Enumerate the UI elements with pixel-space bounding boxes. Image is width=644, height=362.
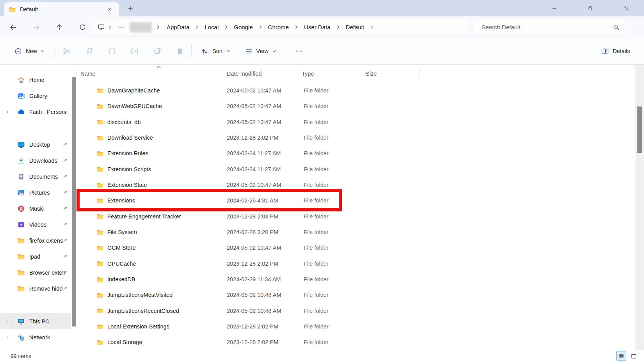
- new-button[interactable]: New: [10, 44, 49, 59]
- column-header[interactable]: Name: [76, 65, 223, 83]
- sidebar-item[interactable]: Faith - Personal: [0, 104, 71, 120]
- table-row[interactable]: File System 2024-02-28 3:20 PM File fold…: [76, 224, 644, 240]
- breadcrumb-redacted-user[interactable]: [130, 22, 152, 32]
- table-row[interactable]: Local Storage 2023-12-28 2:02 PM File fo…: [76, 334, 644, 350]
- chevron-expand-icon[interactable]: [5, 329, 9, 345]
- tab-close-button[interactable]: [105, 5, 114, 14]
- chevron-right-icon[interactable]: [193, 25, 201, 29]
- sidebar-item-icon: [17, 157, 25, 165]
- column-header[interactable]: Type: [298, 65, 362, 83]
- sidebar-item[interactable]: Music: [0, 201, 71, 216]
- sidebar-item-label: Videos: [29, 222, 46, 228]
- chevron-right-icon[interactable]: [334, 25, 342, 29]
- delete-button[interactable]: [169, 43, 191, 59]
- sidebar-item[interactable]: Ipad: [0, 248, 71, 264]
- breadcrumb[interactable]: ⋯ AppData Local Google Chrome: [93, 20, 468, 35]
- date-modified-cell: 2024-02-29 11:34 AM: [223, 276, 298, 282]
- explorer-tab[interactable]: Default: [4, 2, 119, 16]
- folder-icon: [97, 119, 104, 125]
- address-bar: ⋯ AppData Local Google Chrome: [0, 16, 644, 38]
- breadcrumb-segment-label[interactable]: Local: [201, 22, 222, 32]
- table-row[interactable]: Local Extension Settings 2023-12-28 2:02…: [76, 319, 644, 334]
- table-row[interactable]: GPUCache 2023-12-28 2:02 PM File folder: [76, 256, 644, 272]
- table-row[interactable]: Download Service 2023-12-28 2:02 PM File…: [76, 130, 644, 146]
- sidebar-item[interactable]: Desktop: [0, 137, 71, 153]
- table-row[interactable]: DawnGraphiteCache 2024-05-02 10:47 AM Fi…: [76, 83, 644, 98]
- refresh-button[interactable]: [75, 20, 90, 35]
- table-row[interactable]: Extension Scripts 2024-02-24 11:27 AM Fi…: [76, 161, 644, 177]
- sidebar-item[interactable]: Pictures: [0, 185, 71, 201]
- back-button[interactable]: [5, 20, 21, 35]
- breadcrumb-overflow-button[interactable]: ⋯: [115, 23, 128, 31]
- table-row[interactable]: DawnWebGPUCache 2024-05-02 10:47 AM File…: [76, 98, 644, 114]
- breadcrumb-segment-label[interactable]: Default: [342, 22, 368, 32]
- vertical-scrollbar-thumb[interactable]: [637, 106, 642, 153]
- large-icons-view-toggle[interactable]: [629, 351, 639, 361]
- table-row[interactable]: IndexedDB 2024-02-29 11:34 AM File folde…: [76, 272, 644, 287]
- details-view-toggle[interactable]: [616, 351, 626, 361]
- copy-button[interactable]: [78, 43, 101, 59]
- vertical-scrollbar[interactable]: [635, 65, 644, 350]
- up-button[interactable]: [52, 20, 67, 35]
- sidebar-item-label: Browser exten: [29, 270, 66, 276]
- file-name-cell: DawnGraphiteCache: [76, 87, 223, 94]
- sidebar-item-label: This PC: [29, 318, 50, 325]
- column-header[interactable]: Size: [362, 65, 420, 83]
- sidebar-item[interactable]: firefox extens: [0, 232, 71, 248]
- share-button[interactable]: [146, 43, 169, 59]
- file-name: Extension Scripts: [107, 166, 151, 172]
- sidebar-item[interactable]: Downloads: [0, 153, 71, 169]
- table-row[interactable]: JumpListIconsMostVisited 2024-05-02 10:4…: [76, 287, 644, 303]
- table-row[interactable]: Extension Rules 2024-02-24 11:27 AM File…: [76, 146, 644, 161]
- trash-icon: [176, 47, 184, 55]
- chevron-expand-icon[interactable]: [5, 313, 9, 329]
- breadcrumb-segment-label[interactable]: User Data: [301, 22, 334, 32]
- rename-button[interactable]: A: [123, 43, 146, 59]
- details-pane-button[interactable]: Details: [597, 44, 634, 59]
- date-modified-cell: 2023-12-28 2:02 PM: [223, 323, 298, 330]
- close-button[interactable]: [608, 0, 644, 16]
- sidebar-item[interactable]: Home: [0, 72, 71, 88]
- chevron-right-icon[interactable]: [256, 25, 265, 29]
- sidebar-item[interactable]: Remove hidd: [0, 280, 71, 296]
- table-row[interactable]: discounts_db 2024-05-02 10:47 AM File fo…: [76, 114, 644, 130]
- table-row[interactable]: GCM Store 2024-05-02 10:47 AM File folde…: [76, 240, 644, 256]
- table-row[interactable]: Feature Engagement Tracker 2023-12-28 2:…: [76, 209, 644, 224]
- type-cell: File folder: [298, 135, 362, 141]
- forward-button[interactable]: [28, 20, 44, 35]
- column-header[interactable]: Date modified: [223, 65, 298, 83]
- breadcrumb-segment-label[interactable]: AppData: [163, 22, 193, 32]
- sidebar-scrollbar-thumb[interactable]: [72, 77, 76, 327]
- new-button-label: New: [26, 48, 37, 54]
- table-row[interactable]: JumpListIconsRecentClosed 2024-05-02 10:…: [76, 303, 644, 319]
- sidebar-item[interactable]: Browser exten: [0, 264, 71, 280]
- new-tab-button[interactable]: [125, 3, 135, 14]
- minimize-button[interactable]: [536, 0, 572, 16]
- more-options-button[interactable]: [288, 43, 310, 59]
- restore-button[interactable]: [572, 0, 608, 16]
- file-name: Extension State: [107, 182, 147, 188]
- column-header-label: Date modified: [227, 71, 262, 77]
- paste-button[interactable]: [101, 43, 123, 59]
- chevron-right-icon[interactable]: [368, 25, 376, 29]
- cut-button[interactable]: [55, 43, 78, 59]
- file-name-cell: Extension State: [76, 182, 223, 188]
- sidebar-item[interactable]: Gallery: [0, 88, 71, 104]
- large-icons-view-icon: [631, 353, 637, 359]
- breadcrumb-segment-label[interactable]: Chrome: [265, 22, 292, 32]
- chevron-expand-icon[interactable]: [5, 104, 9, 120]
- sidebar-item[interactable]: Network: [0, 329, 71, 345]
- search-input[interactable]: [482, 24, 613, 30]
- table-row[interactable]: Extensions 2024-02-26 4:31 AM File folde…: [76, 193, 644, 208]
- table-row[interactable]: Extension State 2024-05-02 10:47 AM File…: [76, 177, 644, 193]
- sort-button[interactable]: Sort: [196, 44, 236, 59]
- view-button[interactable]: View: [240, 44, 281, 59]
- breadcrumb-segment-label[interactable]: Google: [230, 22, 256, 32]
- chevron-right-icon[interactable]: [222, 25, 230, 29]
- sidebar-item[interactable]: This PC: [0, 313, 71, 329]
- chevron-right-icon[interactable]: [292, 25, 301, 29]
- pin-icon: [62, 153, 68, 169]
- search-box[interactable]: [474, 20, 625, 35]
- sidebar-item[interactable]: Videos: [0, 216, 71, 232]
- sidebar-item[interactable]: Documents: [0, 169, 71, 185]
